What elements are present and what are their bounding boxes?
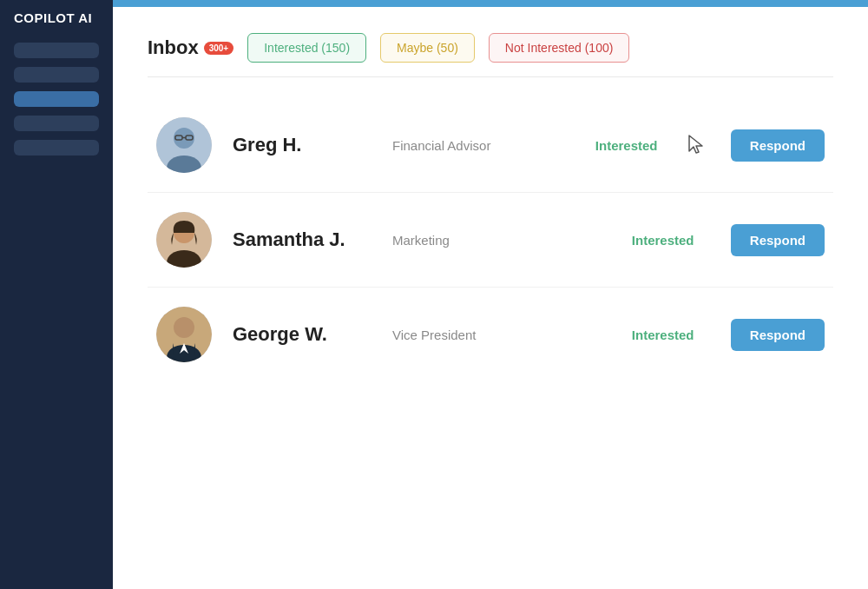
contact-name: Samantha J. <box>233 228 372 251</box>
main-content: Inbox 300+ Interested (150) Maybe (50) N… <box>113 0 868 589</box>
sidebar-item-5[interactable] <box>14 140 99 156</box>
inbox-tab[interactable]: Inbox 300+ <box>148 36 233 59</box>
contact-role: Financial Advisor <box>392 138 575 153</box>
contact-role: Marketing <box>392 233 611 248</box>
contact-status: Interested <box>595 138 674 153</box>
respond-button[interactable]: Respond <box>731 224 825 256</box>
sidebar: COPILOT AI <box>0 0 113 589</box>
contact-role: Vice President <box>392 328 611 342</box>
not-interested-tab-label: Not Interested (100) <box>505 41 614 55</box>
table-row: George W. Vice President Interested Resp… <box>148 288 833 381</box>
contact-list: Greg H. Financial Advisor Interested Res… <box>148 98 833 381</box>
sidebar-item-3[interactable] <box>14 91 99 107</box>
interested-tab[interactable]: Interested (150) <box>247 33 366 63</box>
avatar <box>156 212 212 268</box>
table-row: Greg H. Financial Advisor Interested Res… <box>148 98 833 193</box>
content-area: Inbox 300+ Interested (150) Maybe (50) N… <box>113 7 868 589</box>
contact-status: Interested <box>632 233 710 248</box>
inbox-badge: 300+ <box>204 42 234 55</box>
app-logo: COPILOT AI <box>14 10 92 25</box>
sidebar-item-4[interactable] <box>14 116 99 131</box>
respond-button[interactable]: Respond <box>731 319 825 351</box>
cursor-icon <box>687 134 707 156</box>
contact-status: Interested <box>632 328 710 342</box>
sidebar-item-1[interactable] <box>14 43 99 58</box>
avatar <box>156 307 212 362</box>
not-interested-tab[interactable]: Not Interested (100) <box>489 33 630 63</box>
sidebar-nav <box>14 43 99 156</box>
svg-point-10 <box>174 317 194 338</box>
tab-bar: Inbox 300+ Interested (150) Maybe (50) N… <box>148 33 833 77</box>
maybe-tab[interactable]: Maybe (50) <box>380 33 475 63</box>
maybe-tab-label: Maybe (50) <box>397 41 458 55</box>
interested-tab-label: Interested (150) <box>264 41 350 55</box>
respond-button[interactable]: Respond <box>731 129 825 162</box>
inbox-label: Inbox <box>148 36 199 59</box>
top-bar <box>113 0 868 7</box>
sidebar-item-2[interactable] <box>14 67 99 83</box>
contact-name: Greg H. <box>233 134 372 156</box>
table-row: Samantha J. Marketing Interested Respond <box>148 193 833 288</box>
contact-name: George W. <box>233 323 372 346</box>
avatar <box>156 117 212 173</box>
